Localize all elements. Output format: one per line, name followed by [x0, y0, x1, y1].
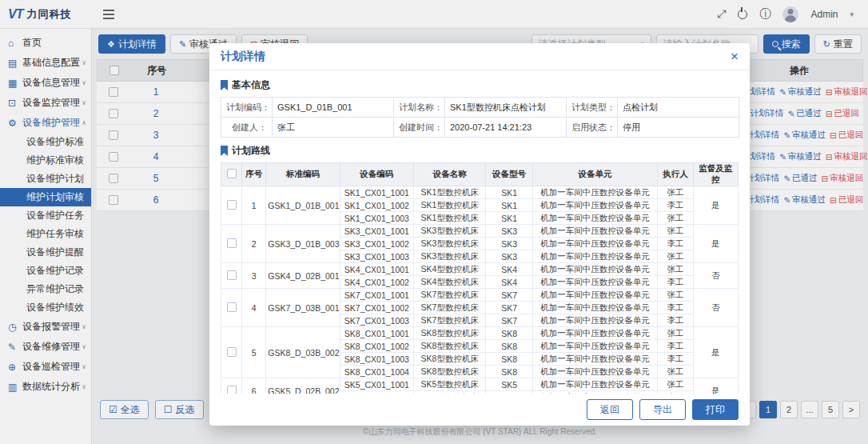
standard-code: GSK8_D_03B_002 [266, 327, 340, 378]
device-name: SK1型数控机床 [414, 199, 486, 212]
device-code: SK1_CX01_1002 [340, 199, 413, 212]
route-row: 5GSK8_D_03B_002SK8_CX01_1001SK8型数控机床SK8机… [221, 327, 739, 340]
executor: 张工 [658, 289, 693, 302]
field-value: GSK1_D_01B_001 [273, 98, 394, 118]
row-checkbox[interactable] [227, 302, 237, 312]
device-unit: 机加一车间中压数控设备单元 [532, 225, 658, 238]
field-label: 计划编码： [221, 98, 273, 118]
device-model: SK3 [486, 238, 532, 250]
monitor-flag: 是 [693, 186, 738, 225]
device-model: SK4 [486, 263, 532, 276]
route-column-header: 设备名称 [414, 163, 486, 186]
device-model: SK3 [486, 225, 532, 238]
device-unit: 机加一车间中压数控设备单元 [532, 250, 658, 263]
device-name: SK8型数控机床 [414, 340, 486, 353]
field-value: 点检计划 [618, 98, 739, 118]
group-seq: 1 [242, 186, 266, 225]
device-name: SK8型数控机床 [414, 353, 486, 366]
standard-code: GSK5_D_02B_002 [266, 378, 340, 394]
route-column-header: 设备编码 [340, 163, 413, 186]
device-name: SK7型数控机床 [414, 302, 486, 314]
row-checkbox[interactable] [227, 200, 237, 210]
device-unit: 机加一车间中压数控设备单元 [532, 199, 658, 212]
device-code: SK8_CX01_1003 [340, 353, 413, 366]
row-checkbox[interactable] [227, 238, 237, 248]
device-code: SK7_CX01_1002 [340, 302, 413, 314]
executor: 张工 [658, 225, 693, 238]
device-name: SK3型数控机床 [414, 250, 486, 263]
modal-header: 计划详情 × [209, 43, 750, 70]
executor: 李工 [658, 302, 693, 314]
executor: 张工 [658, 263, 693, 276]
group-seq: 3 [242, 263, 266, 289]
device-unit: 机加一车间中压数控设备单元 [532, 340, 658, 353]
device-code: SK3_CX01_1001 [340, 225, 413, 238]
device-unit: 机加一车间中压数控设备单元 [532, 302, 658, 314]
device-code: SK8_CX01_1002 [340, 340, 413, 353]
device-code: SK7_CX01_1003 [340, 314, 413, 327]
device-model: SK5 [486, 378, 532, 391]
bookmark-icon [221, 146, 228, 156]
field-value: 2020-07-21 14:21:23 [445, 118, 567, 138]
device-unit: 机加一车间中压数控设备单元 [532, 276, 658, 289]
device-model: SK1 [486, 212, 532, 225]
device-name: SK7型数控机床 [414, 289, 486, 302]
route-row: 6GSK5_D_02B_002SK5_CX01_1001SK5型数控机床SK5机… [221, 378, 739, 391]
device-code: SK8_CX01_1004 [340, 366, 413, 378]
field-label: 计划类型： [567, 98, 618, 118]
route-column-header: 执行人 [658, 163, 693, 186]
device-name: SK7型数控机床 [414, 314, 486, 327]
monitor-flag: 是 [693, 225, 738, 263]
modal-footer: 返回 导出 打印 [209, 394, 750, 426]
device-name: SK8型数控机床 [414, 327, 486, 340]
row-checkbox[interactable] [227, 270, 237, 280]
device-unit: 机加一车间中压数控设备单元 [532, 238, 658, 250]
executor: 李工 [658, 199, 693, 212]
group-seq: 5 [242, 327, 266, 378]
route-column-header: 序号 [242, 163, 266, 186]
device-model: SK8 [486, 340, 532, 353]
device-unit: 机加一车间中压数控设备单元 [532, 289, 658, 302]
row-checkbox[interactable] [227, 347, 237, 357]
group-seq: 6 [242, 378, 266, 394]
device-model: SK1 [486, 199, 532, 212]
device-unit: 机加一车间中压数控设备单元 [532, 327, 658, 340]
executor: 李工 [658, 353, 693, 366]
field-value: 停用 [618, 118, 739, 138]
select-all-checkbox[interactable] [227, 169, 237, 178]
field-label: 启用状态： [567, 118, 618, 138]
device-code: SK8_CX01_1001 [340, 327, 413, 340]
standard-code: GSK4_D_02B_001 [266, 263, 340, 289]
executor: 张工 [658, 378, 693, 391]
device-unit: 机加一车间中压数控设备单元 [532, 314, 658, 327]
monitor-flag: 是 [693, 378, 738, 394]
route-header-row: 序号标准编码设备编码设备名称设备型号设备单元执行人监督及监控 [221, 163, 739, 186]
device-code: SK3_CX01_1003 [340, 250, 413, 263]
monitor-flag: 否 [693, 289, 738, 327]
device-unit: 机加一车间中压数控设备单元 [532, 366, 658, 378]
device-code: SK4_CX01_1002 [340, 276, 413, 289]
executor: 张工 [658, 327, 693, 340]
device-name: SK3型数控机床 [414, 225, 486, 238]
device-model: SK8 [486, 327, 532, 340]
modal-body: 基本信息 计划编码：GSK1_D_01B_001计划名称：SK1型数控机床点检计… [209, 70, 750, 394]
standard-code: GSK3_D_01B_003 [266, 225, 340, 263]
print-button[interactable]: 打印 [692, 399, 739, 420]
back-button[interactable]: 返回 [587, 399, 633, 420]
close-icon[interactable]: × [731, 50, 739, 63]
device-unit: 机加一车间中压数控设备单元 [532, 186, 658, 199]
device-unit: 机加一车间中压数控设备单元 [532, 263, 658, 276]
basic-info-section-title: 基本信息 [221, 78, 739, 92]
row-checkbox[interactable] [227, 386, 237, 394]
executor: 张工 [658, 250, 693, 263]
device-name: SK8型数控机床 [414, 366, 486, 378]
group-seq: 2 [242, 225, 266, 263]
basic-info-table: 计划编码：GSK1_D_01B_001计划名称：SK1型数控机床点检计划计划类型… [221, 97, 739, 138]
device-unit: 机加一车间中压数控设备单元 [532, 378, 658, 391]
export-button[interactable]: 导出 [639, 399, 686, 420]
device-unit: 机加一车间中压数控设备单元 [532, 212, 658, 225]
device-unit: 机加一车间中压数控设备单元 [532, 353, 658, 366]
standard-code: GSK1_D_01B_001 [266, 186, 340, 225]
executor: 李工 [658, 340, 693, 353]
route-table: 序号标准编码设备编码设备名称设备型号设备单元执行人监督及监控 1GSK1_D_0… [221, 162, 739, 394]
